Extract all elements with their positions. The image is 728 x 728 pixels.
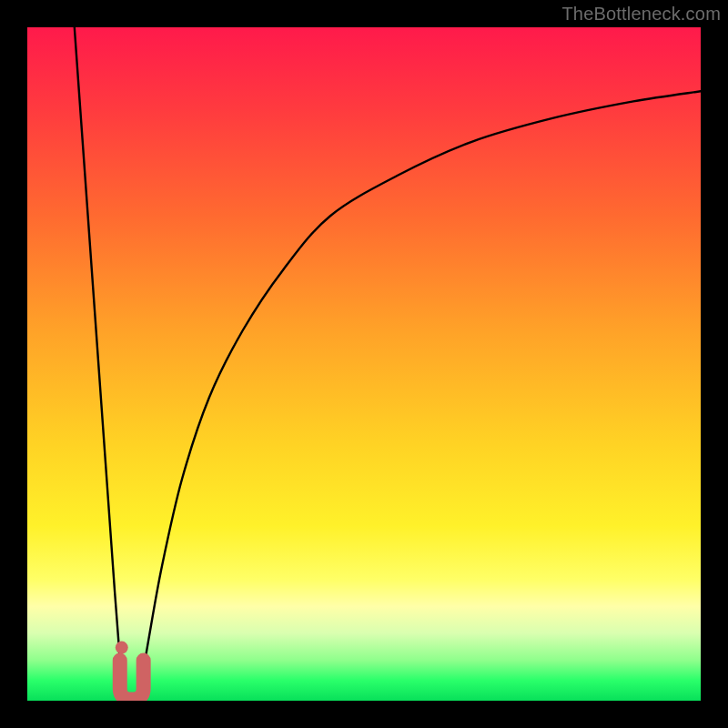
curve-svg xyxy=(27,27,701,701)
plot-area xyxy=(27,27,701,701)
curve-left-descent xyxy=(75,27,122,681)
valley-marker-dot xyxy=(116,642,128,654)
valley-marker-u xyxy=(120,661,144,700)
chart-frame: TheBottleneck.com xyxy=(0,0,728,728)
watermark-text: TheBottleneck.com xyxy=(561,4,721,25)
curve-right-ascent xyxy=(142,91,701,681)
